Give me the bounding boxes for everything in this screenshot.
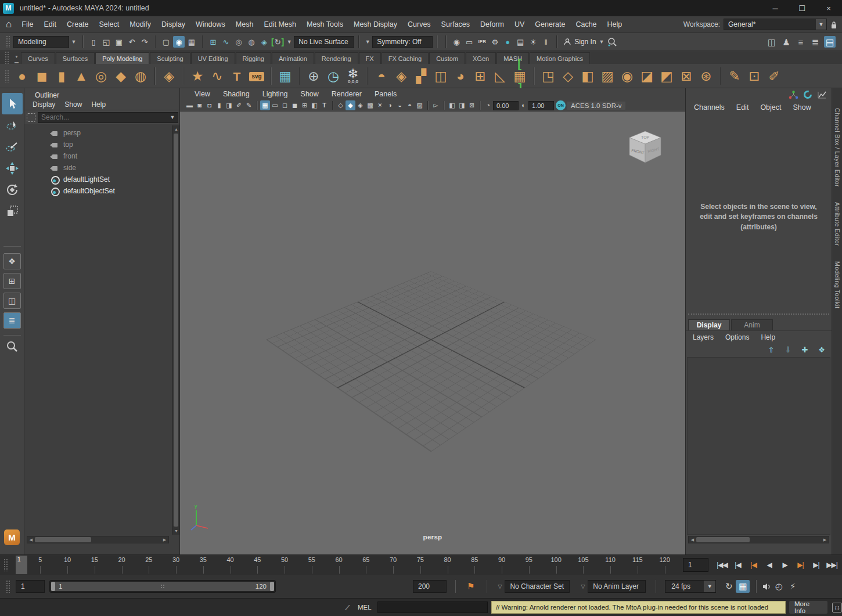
range-end-handle[interactable]: [270, 582, 274, 591]
chevron-down-icon[interactable]: ▼: [816, 19, 826, 30]
chevron-down-icon[interactable]: ▼: [69, 36, 78, 48]
circularize-icon[interactable]: ◉: [617, 66, 637, 87]
delete-history-icon[interactable]: ◷: [323, 66, 343, 87]
sidebar-tab[interactable]: Attribute Editor: [834, 202, 841, 246]
outliner-item[interactable]: persp: [24, 127, 172, 139]
symmetry-field[interactable]: Symmetry: Off: [372, 36, 433, 48]
drag-grip[interactable]: [5, 70, 10, 82]
render-settings-icon[interactable]: ⚙: [489, 36, 501, 48]
playback-options-icon[interactable]: ▦: [736, 580, 750, 593]
shelf-tab[interactable]: Poly Modeling: [95, 52, 149, 64]
bridge-icon[interactable]: ◧: [578, 66, 598, 87]
grease-pencil-icon[interactable]: ✎: [244, 100, 254, 110]
smooth-mesh-icon[interactable]: ◕: [451, 66, 470, 87]
chevron-down-icon[interactable]: ▼: [704, 581, 715, 592]
chevron-down-icon[interactable]: ▼: [363, 36, 372, 48]
channel-box-menu-item[interactable]: Object: [754, 103, 787, 111]
search-input[interactable]: [38, 112, 178, 123]
freeze-transform-icon[interactable]: ❄0,0,0: [343, 66, 363, 87]
resize-gate-icon[interactable]: ⊠: [467, 100, 477, 110]
drag-grip[interactable]: [6, 580, 11, 593]
layer-horizontal-scrollbar[interactable]: ◀ ▶: [688, 536, 829, 543]
use-all-lights-icon[interactable]: ☀: [375, 100, 385, 110]
sidebar-tab[interactable]: Modeling Toolkit: [834, 261, 841, 309]
sidebar-tab[interactable]: Channel Box / Layer Editor: [834, 108, 841, 187]
color-management-on-badge[interactable]: ON: [556, 100, 566, 110]
2d-pan-zoom-icon[interactable]: ✐: [234, 100, 244, 110]
image-plane-icon[interactable]: ◨: [224, 100, 234, 110]
transform-constraint-icon[interactable]: ⊠: [677, 66, 696, 87]
zoom-tool-icon[interactable]: [6, 340, 19, 353]
paint-select-tool[interactable]: [2, 136, 23, 157]
poly-helix-icon[interactable]: ∿: [207, 66, 227, 87]
graph-icon[interactable]: [817, 91, 827, 99]
chevron-down-icon[interactable]: ▽: [578, 583, 588, 589]
sign-in-button[interactable]: Sign In ▼: [561, 38, 606, 46]
loop-playback-icon[interactable]: ↻: [722, 580, 736, 593]
pencil-curve-icon[interactable]: ✐: [764, 66, 784, 87]
layer-list[interactable]: [687, 357, 830, 535]
layer-editor-menu-item[interactable]: Help: [755, 333, 781, 341]
poly-disc-icon[interactable]: ◍: [131, 66, 150, 87]
shelf-tab[interactable]: Rigging: [236, 52, 271, 64]
tool-settings-toggle-icon[interactable]: ≣: [809, 36, 821, 48]
menubar-item[interactable]: Mesh: [231, 16, 259, 33]
xray-joints-icon[interactable]: ◨: [457, 100, 467, 110]
safe-action-icon[interactable]: ◧: [310, 100, 319, 110]
multi-cut-icon[interactable]: ▦: [510, 66, 530, 87]
outliner-item[interactable]: front: [24, 150, 172, 162]
menubar-item[interactable]: Select: [94, 16, 125, 33]
command-language-toggle[interactable]: MEL: [358, 604, 372, 611]
character-set-field[interactable]: No Character Set: [505, 580, 570, 593]
live-surface-field[interactable]: No Live Surface: [294, 36, 354, 48]
outliner-menu-item[interactable]: Show: [60, 100, 87, 109]
evaluation-mode-icon[interactable]: ⚡: [786, 580, 800, 593]
outliner-horizontal-scrollbar[interactable]: ◀ ▶: [27, 536, 169, 543]
menu-set-selector[interactable]: Modeling: [13, 36, 69, 48]
redo-icon[interactable]: ↷: [139, 36, 150, 48]
go-to-start-button[interactable]: |◀◀: [714, 557, 730, 572]
menubar-item[interactable]: Create: [62, 16, 94, 33]
combine-icon[interactable]: ◈: [391, 66, 411, 87]
step-back-key-button[interactable]: |◀: [746, 557, 761, 572]
contrast-field[interactable]: 1.00: [528, 101, 554, 110]
range-start-handle[interactable]: [51, 582, 55, 591]
outliner-item[interactable]: defaultObjectSet: [24, 185, 172, 197]
gate-mask-icon[interactable]: ◼: [290, 100, 300, 110]
new-scene-icon[interactable]: ▯: [88, 36, 99, 48]
panel-splitter[interactable]: [688, 314, 829, 315]
pause-viewport-icon[interactable]: ‖: [540, 36, 552, 48]
construction-history-icon[interactable]: ↻: [271, 36, 284, 48]
channel-box-menu-item[interactable]: Show: [787, 103, 817, 111]
range-center-grip[interactable]: [160, 584, 165, 589]
shelf-tab[interactable]: FX: [359, 52, 381, 64]
ipr-render-icon[interactable]: IPR: [476, 36, 488, 48]
layer-move-up-icon[interactable]: ⇧: [765, 344, 777, 355]
layer-editor-menu-item[interactable]: Layers: [687, 333, 719, 341]
attribute-editor-toggle-icon[interactable]: ≡: [795, 36, 807, 48]
shelf-tab[interactable]: Animation: [272, 52, 314, 64]
current-frame-field[interactable]: 1: [683, 558, 708, 572]
shelf-tab[interactable]: FX Caching: [382, 52, 429, 64]
character-controls-icon[interactable]: ♟: [780, 36, 792, 48]
layer-move-down-icon[interactable]: ⇩: [782, 344, 794, 355]
exposure-icon[interactable]: ◔: [483, 100, 493, 110]
playback-start-field[interactable]: 1: [16, 580, 45, 593]
outliner-item[interactable]: top: [24, 139, 172, 150]
channel-box-toggle-icon[interactable]: ▤: [824, 36, 836, 48]
channel-box-menu-item[interactable]: Channels: [688, 103, 731, 111]
snap-to-view-planes-icon[interactable]: ◈: [258, 36, 270, 48]
field-chart-icon[interactable]: ⊞: [300, 100, 310, 110]
outliner-menu-item[interactable]: Display: [28, 100, 60, 109]
resize-grip-icon[interactable]: ∕∕: [346, 603, 348, 612]
poly-cone-icon[interactable]: ▲: [71, 66, 91, 87]
go-to-end-button[interactable]: ▶▶|: [824, 557, 840, 572]
snap-to-projected-center-icon[interactable]: ◍: [246, 36, 257, 48]
close-button[interactable]: ×: [815, 0, 842, 16]
edit-curve-icon[interactable]: ⊡: [744, 66, 764, 87]
platonic-solid-icon[interactable]: ◈: [159, 66, 179, 87]
scroll-up-arrow[interactable]: ▲: [172, 125, 180, 133]
rotate-tool[interactable]: [2, 179, 23, 200]
quad-draw-icon[interactable]: ▨: [598, 66, 617, 87]
layer-editor-tab[interactable]: Display: [688, 319, 730, 330]
